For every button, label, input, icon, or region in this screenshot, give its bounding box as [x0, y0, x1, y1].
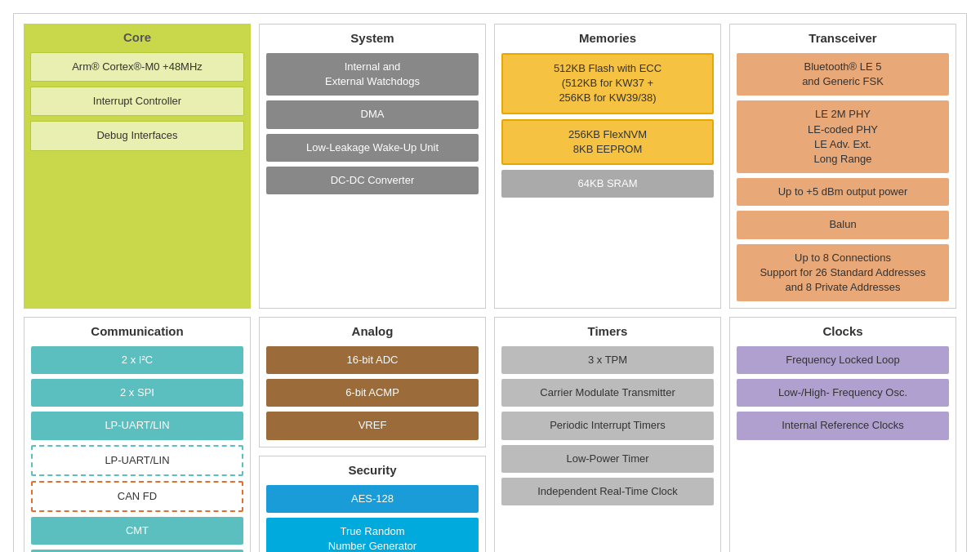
analog-security-column: Analog 16-bit ADC 6-bit ACMP VREF Securi…: [259, 317, 486, 552]
transceiver-section: Transceiver Bluetooth® LE 5and Generic F…: [729, 24, 956, 309]
comm-item-3: CMT: [31, 517, 243, 545]
communication-title: Communication: [31, 324, 243, 338]
analog-section: Analog 16-bit ADC 6-bit ACMP VREF: [259, 317, 486, 447]
core-item-0: Arm® Cortex®-M0 +48MHz: [30, 52, 244, 82]
memory-gray-0: 64KB SRAM: [501, 170, 714, 198]
core-title: Core: [30, 30, 244, 44]
timers-section: Timers 3 x TPM Carrier Modulate Transmit…: [494, 317, 721, 552]
main-container: Core Arm® Cortex®-M0 +48MHz Interrupt Co…: [13, 13, 967, 552]
system-item-0: Internal andExternal Watchdogs: [266, 53, 479, 96]
clocks-section: Clocks Frequency Locked Loop Low-/High- …: [729, 317, 956, 552]
transceiver-item-3: Balun: [737, 211, 949, 238]
memory-gold-1: 256KB FlexNVM8KB EEPROM: [501, 119, 714, 165]
transceiver-item-2: Up to +5 dBm output power: [737, 178, 949, 206]
system-item-3: DC-DC Converter: [266, 167, 479, 194]
comm-item-1: 2 x SPI: [31, 379, 243, 407]
security-item-1: True RandomNumber Generator: [266, 518, 479, 552]
memories-section: Memories 512KB Flash with ECC(512KB for …: [494, 24, 721, 309]
timer-item-3: Low-Power Timer: [501, 445, 714, 473]
comm-item-2: LP-UART/LIN: [31, 412, 243, 439]
system-item-2: Low-Leakage Wake-Up Unit: [266, 134, 479, 162]
timer-item-2: Periodic Interrupt Timers: [501, 412, 714, 439]
system-item-1: DMA: [266, 100, 479, 128]
comm-item-dashed-0: LP-UART/LIN: [31, 445, 243, 476]
clock-item-2: Internal Reference Clocks: [737, 412, 949, 439]
architecture-grid: Core Arm® Cortex®-M0 +48MHz Interrupt Co…: [24, 24, 956, 552]
core-item-1: Interrupt Controller: [30, 87, 244, 116]
comm-item-0: 2 x I²C: [31, 346, 243, 374]
timer-item-0: 3 x TPM: [501, 346, 714, 374]
timers-title: Timers: [501, 324, 714, 338]
analog-item-2: VREF: [266, 412, 479, 439]
communication-section: Communication 2 x I²C 2 x SPI LP-UART/LI…: [24, 317, 251, 552]
core-section: Core Arm® Cortex®-M0 +48MHz Interrupt Co…: [24, 24, 251, 309]
transceiver-item-4: Up to 8 ConnectionsSupport for 26 Standa…: [737, 244, 949, 302]
clock-item-1: Low-/High- Frequency Osc.: [737, 379, 949, 407]
security-item-0: AES-128: [266, 485, 479, 513]
transceiver-item-1: LE 2M PHYLE-coded PHYLE Adv. Ext.Long Ra…: [737, 100, 949, 173]
comm-item-dashed-orange-0: CAN FD: [31, 481, 243, 512]
analog-title: Analog: [266, 324, 479, 338]
transceiver-title: Transceiver: [737, 31, 949, 45]
security-title: Security: [266, 463, 479, 477]
timer-item-4: Independent Real-Time Clock: [501, 478, 714, 505]
system-title: System: [266, 31, 479, 45]
analog-item-1: 6-bit ACMP: [266, 379, 479, 407]
timer-item-1: Carrier Modulate Transmitter: [501, 379, 714, 407]
analog-item-0: 16-bit ADC: [266, 346, 479, 374]
memories-title: Memories: [501, 31, 714, 45]
core-item-2: Debug Interfaces: [30, 121, 244, 150]
security-section: Security AES-128 True RandomNumber Gener…: [259, 456, 486, 552]
system-section: System Internal andExternal Watchdogs DM…: [259, 24, 486, 309]
memory-gold-0: 512KB Flash with ECC(512KB for KW37 +256…: [501, 53, 714, 114]
transceiver-item-0: Bluetooth® LE 5and Generic FSK: [737, 53, 949, 96]
clock-item-0: Frequency Locked Loop: [737, 346, 949, 374]
clocks-title: Clocks: [737, 324, 949, 338]
